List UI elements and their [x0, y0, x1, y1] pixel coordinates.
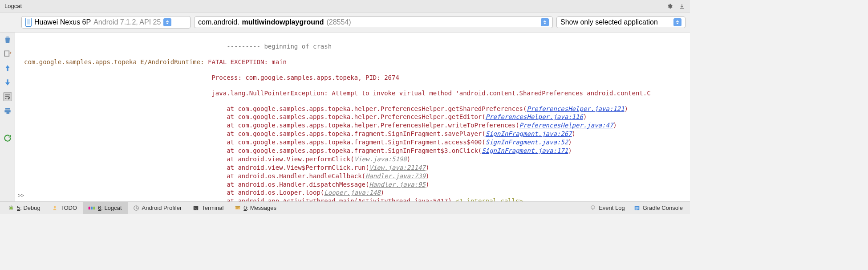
gear-icon[interactable]: [666, 3, 673, 10]
stack-frame: at com.google.samples.apps.topeka.helper…: [24, 121, 685, 130]
stack-frame: at android.os.Looper.loop(Looper.java:14…: [24, 188, 685, 197]
gradle-console-button[interactable]: Gradle Console: [629, 205, 687, 211]
terminal-icon: [193, 205, 199, 211]
process-pkg-bold: multiwindowplayground: [242, 18, 324, 26]
svg-rect-5: [93, 206, 95, 209]
tab-logcat[interactable]: 6: Logcat: [83, 202, 128, 214]
gradle-icon: [634, 205, 640, 211]
stack-frame: at com.google.samples.apps.topeka.fragme…: [24, 147, 685, 155]
process-pid: (28554): [326, 18, 351, 26]
restart-icon[interactable]: [3, 134, 12, 143]
stack-frame: at com.google.samples.apps.topeka.fragme…: [24, 130, 685, 138]
stack-frame: at android.view.View$PerformClick.run(Vi…: [24, 164, 685, 172]
logcat-icon: [88, 205, 95, 211]
process-pkg-prefix: com.android.: [198, 18, 239, 26]
crash-marker: --------- beginning of crash: [24, 42, 685, 51]
panel-header: Logcat: [0, 0, 690, 12]
tab-terminal[interactable]: Terminal: [187, 202, 229, 214]
filter-bar: Huawei Nexus 6P Android 7.1.2, API 25 co…: [0, 12, 690, 33]
soft-wrap-icon[interactable]: [3, 92, 12, 101]
tab-profiler[interactable]: Android Profiler: [128, 202, 188, 214]
svg-rect-7: [194, 206, 199, 210]
source-link[interactable]: PreferencesHelper.java:47: [519, 122, 613, 129]
trash-icon[interactable]: [3, 35, 12, 44]
up-arrow-icon[interactable]: [3, 64, 12, 73]
stack-frame: at com.google.samples.apps.topeka.helper…: [24, 113, 685, 121]
svg-rect-4: [91, 206, 93, 209]
more-button[interactable]: >>: [18, 192, 24, 199]
hide-icon[interactable]: [678, 3, 685, 10]
print-icon[interactable]: [3, 106, 12, 115]
source-link[interactable]: PreferencesHelper.java:121: [527, 105, 624, 112]
todo-icon: [52, 205, 58, 211]
side-toolbar: ⋯: [0, 33, 15, 201]
log-line-error: com.google.samples.apps.topeka E/Android…: [24, 58, 685, 66]
log-line: java.lang.NullPointerException: Attempt …: [24, 89, 685, 98]
tab-todo[interactable]: TODO: [46, 202, 83, 214]
scroll-end-icon[interactable]: [3, 49, 12, 58]
svg-rect-8: [235, 206, 240, 209]
event-log-button[interactable]: Event Log: [585, 205, 629, 211]
profiler-icon: [133, 205, 139, 211]
toolbar-divider: ⋯: [6, 123, 12, 127]
log-output[interactable]: --------- beginning of crash com.google.…: [15, 33, 690, 201]
tab-messages[interactable]: 0: Messages: [229, 202, 282, 214]
stack-frame: at android.app.ActivityThread.main(Activ…: [24, 197, 685, 201]
device-dropdown[interactable]: Huawei Nexus 6P Android 7.1.2, API 25: [21, 16, 191, 29]
stack-frame: at android.os.Handler.dispatchMessage(Ha…: [24, 180, 685, 189]
bottom-tab-bar: 5: Debug TODO 6: Logcat Android Profiler…: [0, 201, 690, 214]
tab-debug[interactable]: 5: Debug: [3, 202, 46, 214]
stack-frame: at android.os.Handler.handleCallback(Han…: [24, 172, 685, 180]
source-link[interactable]: Looper.java:148: [324, 189, 380, 196]
bug-icon: [8, 205, 14, 211]
balloon-icon: [590, 205, 596, 211]
process-dropdown[interactable]: com.android.multiwindowplayground (28554…: [194, 16, 553, 28]
svg-point-9: [591, 205, 595, 209]
source-link[interactable]: SignInFragment.java:267: [486, 130, 572, 137]
chevron-updown-icon: [673, 18, 681, 26]
filter-mode-label: Show only selected application: [560, 18, 658, 26]
log-line: Process: com.google.samples.apps.topeka,…: [24, 74, 685, 82]
source-link[interactable]: View.java:5198: [354, 155, 407, 163]
device-name: Huawei Nexus 6P: [34, 18, 91, 26]
panel-title: Logcat: [4, 3, 666, 9]
down-arrow-icon[interactable]: [3, 78, 12, 87]
source-link[interactable]: PreferencesHelper.java:116: [486, 113, 583, 120]
source-link[interactable]: Handler.java:739: [365, 172, 426, 180]
source-link[interactable]: Handler.java:95: [369, 181, 425, 188]
filter-mode-dropdown[interactable]: Show only selected application: [556, 16, 685, 28]
svg-rect-3: [89, 206, 90, 209]
stack-frame: at com.google.samples.apps.topeka.helper…: [24, 105, 685, 113]
stack-frame: at com.google.samples.apps.topeka.fragme…: [24, 138, 685, 147]
stack-frame: at android.view.View.performClick(View.j…: [24, 155, 685, 164]
source-link[interactable]: View.java:21147: [369, 164, 425, 171]
source-link[interactable]: SignInFragment.java:171: [482, 147, 568, 154]
svg-point-2: [53, 206, 56, 208]
messages-icon: [235, 205, 241, 211]
svg-rect-0: [4, 51, 9, 56]
device-meta: Android 7.1.2, API 25: [93, 18, 161, 26]
chevron-updown-icon: [163, 18, 171, 26]
source-link[interactable]: SignInFragment.java:52: [486, 139, 568, 146]
chevron-updown-icon: [541, 18, 549, 26]
phone-icon: [25, 18, 32, 27]
